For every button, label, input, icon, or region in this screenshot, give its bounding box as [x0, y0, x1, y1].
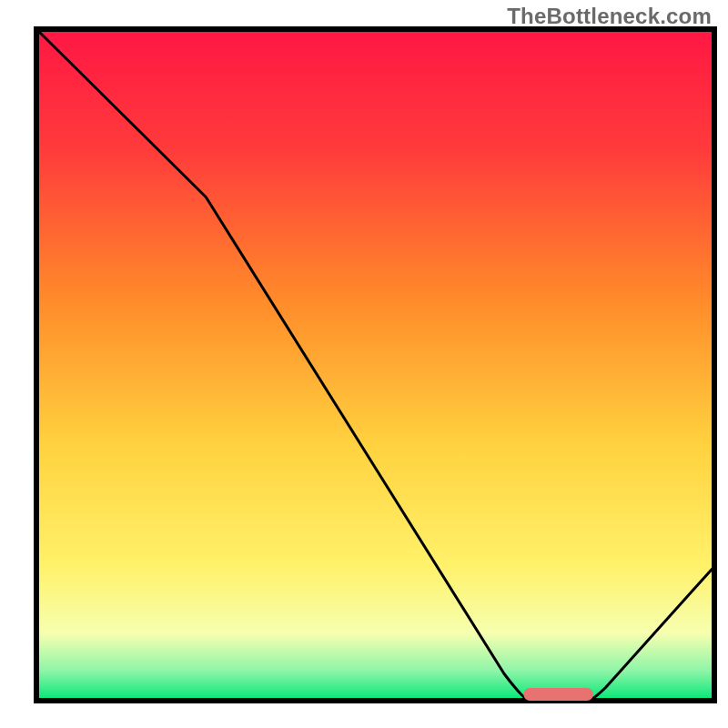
watermark-text: TheBottleneck.com: [507, 4, 712, 29]
bottleneck-chart: [0, 0, 728, 728]
chart-stage: TheBottleneck.com: [0, 0, 728, 728]
